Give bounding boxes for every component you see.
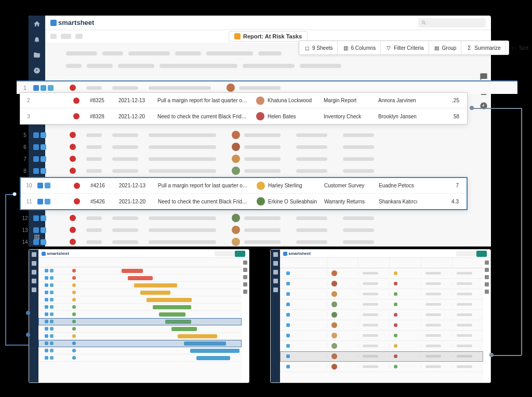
gantt-row[interactable] bbox=[38, 354, 242, 362]
cols-btn[interactable]: ▥6 Columns bbox=[338, 41, 381, 54]
home-icon[interactable] bbox=[33, 20, 41, 28]
mini-folder-icon[interactable] bbox=[32, 270, 36, 275]
share-btn[interactable] bbox=[235, 251, 245, 257]
grid-row[interactable] bbox=[280, 331, 483, 341]
avatar bbox=[256, 97, 264, 105]
mini-bell-icon[interactable] bbox=[32, 261, 36, 266]
sheets-icon: ◻ bbox=[304, 45, 310, 51]
folder-icon[interactable] bbox=[33, 51, 41, 59]
gantt-row[interactable] bbox=[38, 347, 242, 354]
tab-ph bbox=[75, 34, 83, 39]
mini-sidebar bbox=[271, 250, 280, 382]
data-row[interactable]: 11 #5426 2021-12-20 Need to check the cu… bbox=[21, 194, 467, 209]
connector-line bbox=[472, 108, 522, 109]
mini-sidebar bbox=[29, 250, 38, 382]
tab-ph bbox=[50, 34, 57, 39]
connector-dot bbox=[489, 353, 494, 357]
report-tab[interactable]: Report: At Risk Tasks bbox=[229, 31, 308, 42]
connector-line bbox=[521, 108, 522, 355]
mini-right-rail bbox=[242, 258, 249, 382]
share-btn[interactable] bbox=[476, 251, 487, 257]
grid-row[interactable] bbox=[280, 320, 483, 331]
sheets-btn[interactable]: ◻9 Sheets bbox=[299, 41, 338, 54]
filler-row: 8 bbox=[17, 164, 517, 177]
status-dot bbox=[74, 183, 80, 189]
status-dot bbox=[73, 113, 79, 119]
mini-rail-icon[interactable] bbox=[243, 261, 247, 265]
gantt-row[interactable] bbox=[38, 267, 242, 275]
tab-ph bbox=[61, 34, 71, 39]
mini-right-rail bbox=[483, 258, 490, 382]
summarize-btn[interactable]: ΣSummarize bbox=[461, 41, 506, 54]
gantt-row[interactable] bbox=[38, 275, 242, 282]
data-row[interactable]: 3 #8328 2021-12-20 Need to check the cur… bbox=[20, 108, 467, 124]
sort-icon: ↑↓ bbox=[511, 45, 517, 51]
gantt-row[interactable] bbox=[38, 282, 242, 289]
summarize-icon: Σ bbox=[466, 45, 472, 51]
grid-row[interactable] bbox=[280, 310, 483, 320]
data-row[interactable]: 2 #8325 2021-12-13 Pull a margin report … bbox=[20, 93, 467, 108]
gantt-row[interactable] bbox=[38, 311, 242, 318]
avatar bbox=[257, 197, 265, 206]
report-toolbar: ◻9 Sheets ▥6 Columns ▽Filter Criteria ▤G… bbox=[299, 40, 509, 55]
grid-row[interactable] bbox=[280, 362, 483, 372]
group-icon: ▤ bbox=[434, 45, 440, 51]
filter-icon: ▽ bbox=[385, 45, 392, 51]
connector-line bbox=[5, 194, 6, 345]
colhdr-ph bbox=[50, 60, 475, 72]
header: smartsheet bbox=[45, 16, 491, 30]
gantt-body bbox=[38, 258, 242, 382]
logo: smartsheet bbox=[50, 19, 94, 26]
group-btn[interactable]: ▤Group bbox=[429, 41, 462, 54]
data-row[interactable]: 10 #4216 2021-12-13 Pull a margin report… bbox=[21, 178, 467, 194]
gantt-row[interactable] bbox=[38, 289, 242, 296]
search-icon bbox=[421, 20, 427, 25]
grid-row[interactable] bbox=[280, 279, 483, 289]
gantt-row[interactable] bbox=[38, 304, 242, 311]
comment-icon[interactable] bbox=[480, 73, 488, 81]
recents-icon[interactable] bbox=[33, 66, 41, 75]
connector-dot bbox=[12, 192, 17, 196]
connector-line bbox=[491, 355, 522, 356]
grid-row[interactable] bbox=[280, 268, 483, 279]
highlight-panel-2: 10 #4216 2021-12-13 Pull a margin report… bbox=[20, 177, 468, 210]
filter-btn[interactable]: ▽Filter Criteria bbox=[381, 41, 429, 54]
logo-icon bbox=[50, 20, 57, 26]
search-input[interactable] bbox=[418, 18, 486, 28]
grid-row[interactable] bbox=[280, 289, 483, 299]
gantt-row[interactable] bbox=[38, 325, 242, 333]
columns-icon: ▥ bbox=[342, 45, 349, 51]
mini-window-grid: smartsheet bbox=[270, 249, 491, 383]
app-name: smartsheet bbox=[58, 19, 94, 26]
grid-row[interactable] bbox=[280, 341, 483, 351]
mini-window-gantt: smartsheet bbox=[29, 249, 249, 383]
gantt-row[interactable] bbox=[38, 333, 242, 340]
avatar bbox=[256, 112, 264, 120]
mini-plus-icon[interactable] bbox=[32, 288, 36, 292]
highlight-panel-1: 2 #8325 2021-12-13 Pull a margin report … bbox=[20, 92, 468, 125]
status-dot bbox=[73, 98, 79, 104]
report-icon bbox=[234, 33, 241, 39]
grid-body bbox=[280, 258, 483, 382]
notification-icon[interactable] bbox=[33, 35, 41, 44]
mini-home-icon[interactable] bbox=[32, 252, 36, 257]
mini-header: smartsheet bbox=[38, 250, 249, 258]
avatar bbox=[257, 182, 265, 190]
connector-line bbox=[5, 345, 29, 346]
connector-dot bbox=[470, 106, 474, 110]
grid-row[interactable] bbox=[280, 299, 483, 310]
status-dot bbox=[74, 198, 80, 204]
filler-row: 14 bbox=[17, 235, 517, 249]
report-title: Report: At Risk Tasks bbox=[243, 33, 302, 39]
mini-star-icon[interactable] bbox=[32, 279, 36, 283]
gantt-row[interactable] bbox=[38, 296, 242, 304]
sort-btn[interactable]: ↑↓Sort bbox=[506, 41, 532, 54]
mini-header: smartsheet bbox=[280, 250, 490, 258]
